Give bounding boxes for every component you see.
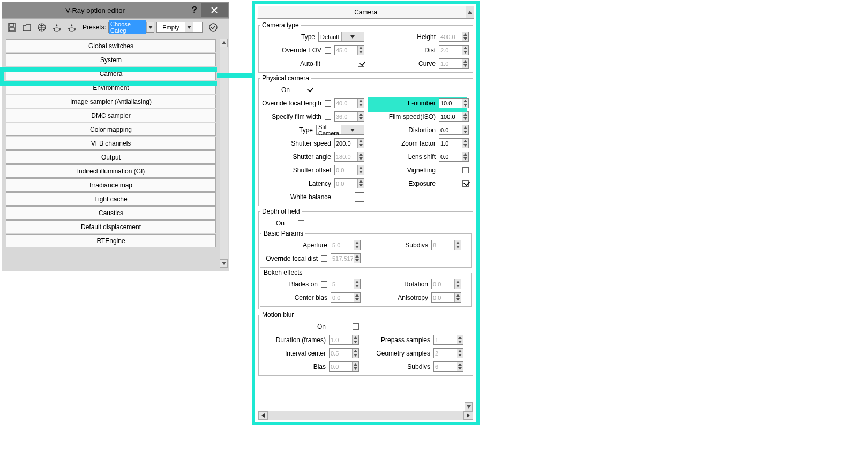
cat-output[interactable]: Output — [6, 150, 216, 164]
label-dist: Dist — [424, 47, 436, 54]
latency-spinner[interactable] — [334, 178, 364, 188]
zoom-spinner[interactable] — [439, 138, 469, 148]
legend-camera-type: Camera type — [260, 21, 301, 29]
scroll-left-icon[interactable] — [258, 411, 268, 420]
scroll-down-icon[interactable] — [465, 402, 473, 411]
iso-spinner[interactable] — [439, 111, 469, 122]
titlebar: V-Ray option editor ? — [2, 2, 229, 18]
vignetting-checkbox[interactable] — [462, 167, 469, 173]
override-fd-checkbox[interactable] — [321, 255, 327, 262]
exposure-checkbox[interactable] — [462, 180, 469, 187]
distortion-spinner[interactable] — [439, 125, 469, 135]
save-icon[interactable] — [5, 21, 18, 34]
override-fov-checkbox[interactable] — [325, 47, 331, 54]
blades-checkbox[interactable] — [321, 281, 327, 288]
cat-light-cache[interactable]: Light cache — [6, 192, 216, 206]
cat-image-sampler[interactable]: Image sampler (Antialiasing) — [6, 95, 216, 108]
bias-spinner[interactable] — [329, 361, 359, 372]
cat-dmc-sampler[interactable]: DMC sampler — [6, 109, 216, 122]
preset-category-dropdown[interactable]: Choose Categ — [108, 22, 154, 33]
globe-icon[interactable] — [35, 21, 48, 34]
cat-global-switches[interactable]: Global switches — [6, 39, 216, 52]
label-latency: Latency — [309, 180, 331, 187]
shutter-offset-spinner[interactable] — [334, 165, 364, 175]
cat-gi[interactable]: Indirect illumination (GI) — [6, 164, 216, 178]
mb-on-checkbox[interactable] — [353, 323, 359, 330]
label-zoom: Zoom factor — [401, 140, 436, 147]
help-button[interactable]: ? — [188, 5, 201, 15]
label-white-balance: White balance — [290, 193, 331, 201]
label-override-fov: Override FOV — [282, 47, 321, 54]
dist-spinner[interactable] — [439, 45, 469, 55]
anisotropy-spinner[interactable] — [431, 292, 461, 303]
white-balance-swatch[interactable] — [355, 192, 364, 202]
override-fl-checkbox[interactable] — [325, 100, 331, 107]
label-on: On — [281, 86, 290, 94]
cat-rtengine[interactable]: RTEngine — [6, 234, 216, 247]
fnumber-spinner[interactable] — [439, 98, 469, 108]
h-scrollbar[interactable] — [258, 411, 473, 420]
center-bias-spinner[interactable] — [331, 292, 361, 303]
camera-highlight-box — [0, 67, 217, 86]
rotation-spinner[interactable] — [431, 279, 461, 289]
cat-vfb-channels[interactable]: VFB channels — [6, 137, 216, 150]
cat-system[interactable]: System — [6, 53, 216, 66]
chevron-down-icon — [185, 22, 193, 32]
dof-subdivs-spinner[interactable] — [431, 240, 461, 250]
focal-length-spinner[interactable] — [334, 98, 364, 108]
cat-irradiance-map[interactable]: Irradiance map — [6, 178, 216, 192]
label-geom-samples: Geometry samples — [376, 350, 430, 357]
blades-spinner[interactable] — [331, 279, 361, 289]
scroll-up-icon[interactable] — [466, 6, 474, 18]
panel-header[interactable]: Camera — [257, 6, 474, 19]
scroll-right-icon[interactable] — [463, 411, 473, 420]
camera-type-dropdown[interactable]: Default — [318, 32, 364, 42]
height-spinner[interactable] — [439, 32, 469, 42]
legend-dof: Depth of field — [260, 208, 302, 215]
chevron-down-icon — [341, 125, 364, 134]
fov-spinner[interactable] — [334, 45, 364, 55]
presets-label: Presets: — [83, 24, 106, 31]
film-width-spinner[interactable] — [334, 111, 364, 122]
focal-dist-spinner[interactable] — [331, 253, 361, 263]
label-override-fl: Override focal length — [262, 100, 321, 107]
curve-spinner[interactable] — [439, 58, 469, 69]
label-type: Type — [301, 33, 315, 41]
cat-caustics[interactable]: Caustics — [6, 206, 216, 220]
window-title: V-Ray option editor — [2, 6, 188, 14]
svg-point-5 — [69, 28, 74, 31]
prepass-spinner[interactable] — [433, 335, 463, 345]
toolbar: Presets: Choose Categ --Empty-- — [2, 18, 229, 35]
physical-on-checkbox[interactable] — [306, 87, 312, 93]
preset-dropdown[interactable]: --Empty-- — [156, 22, 203, 33]
interval-center-spinner[interactable] — [329, 348, 359, 358]
close-button[interactable] — [201, 3, 228, 17]
shutter-angle-spinner[interactable] — [334, 152, 364, 162]
phys-type-dropdown[interactable]: Still Camera — [316, 125, 364, 135]
label-interval-center: Interval center — [285, 350, 326, 357]
label-bias: Bias — [313, 363, 326, 371]
teapot2-icon[interactable] — [65, 21, 78, 34]
apply-icon[interactable] — [207, 21, 220, 34]
legend-physical: Physical camera — [260, 74, 311, 82]
legend-bokeh: Bokeh effects — [261, 269, 305, 276]
autofit-checkbox[interactable] — [358, 61, 364, 67]
label-center-bias: Center bias — [295, 294, 327, 301]
label-fnumber: F-number — [408, 100, 436, 107]
aperture-spinner[interactable] — [331, 240, 361, 250]
film-width-checkbox[interactable] — [325, 114, 331, 120]
mb-subdivs-spinner[interactable] — [433, 361, 463, 372]
cat-color-mapping[interactable]: Color mapping — [6, 123, 216, 136]
geom-samples-spinner[interactable] — [433, 348, 463, 358]
open-icon[interactable] — [20, 21, 33, 34]
lens-shift-spinner[interactable] — [439, 152, 469, 162]
scroll-up-icon[interactable] — [220, 39, 228, 47]
cat-default-displacement[interactable]: Default displacement — [6, 220, 216, 233]
dof-on-checkbox[interactable] — [298, 220, 304, 226]
group-camera-type: Camera type Type Default Height Override… — [258, 21, 473, 73]
teapot1-icon[interactable] — [50, 21, 63, 34]
shutter-speed-spinner[interactable] — [334, 138, 364, 148]
legend-basic: Basic Params — [261, 230, 305, 237]
scroll-down-icon[interactable] — [220, 259, 228, 268]
duration-spinner[interactable] — [329, 335, 359, 345]
